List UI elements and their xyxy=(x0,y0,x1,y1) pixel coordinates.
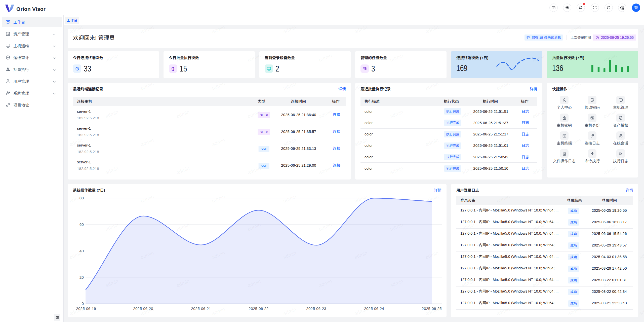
svg-text:20: 20 xyxy=(79,275,84,279)
svg-text:2025-06-21: 2025-06-21 xyxy=(191,306,211,311)
svg-text:2025-06-24: 2025-06-24 xyxy=(364,306,384,311)
svg-text:2025-06-22: 2025-06-22 xyxy=(249,306,268,311)
svg-text:2025-06-23: 2025-06-23 xyxy=(306,306,326,311)
svg-text:80: 80 xyxy=(79,196,84,200)
svg-text:2025-06-19: 2025-06-19 xyxy=(76,306,96,311)
svg-text:60: 60 xyxy=(79,222,84,227)
svg-text:40: 40 xyxy=(79,249,84,253)
svg-text:2025-06-20: 2025-06-20 xyxy=(133,306,153,311)
svg-text:0: 0 xyxy=(82,301,84,306)
svg-text:2025-06-25: 2025-06-25 xyxy=(422,306,441,311)
